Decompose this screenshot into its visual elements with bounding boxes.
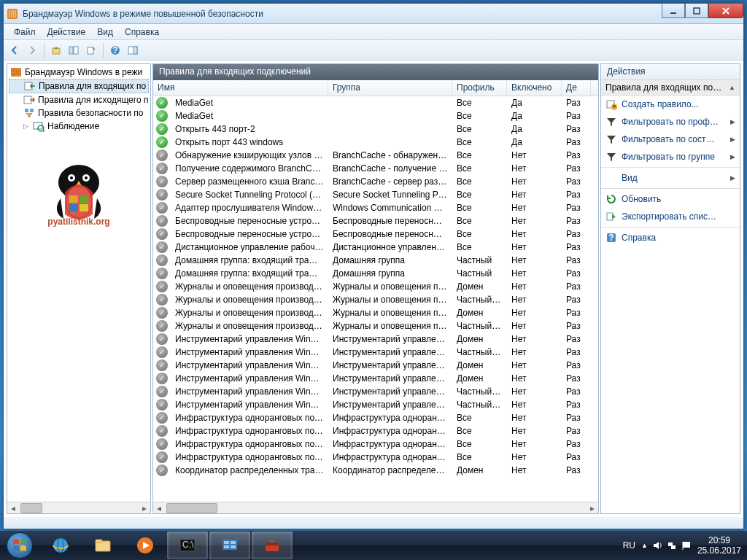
tree-monitoring[interactable]: ▷ Наблюдение: [9, 120, 149, 133]
scroll-right-icon[interactable]: ▸: [587, 502, 598, 514]
col-profile[interactable]: Профиль: [452, 80, 507, 96]
task-toolbox[interactable]: [252, 532, 293, 559]
minimize-button[interactable]: [662, 4, 685, 18]
rule-row[interactable]: Secure Socket Tunneling Protocol (SSTP-……: [153, 188, 598, 201]
scroll-left-icon[interactable]: ◂: [7, 502, 19, 514]
rule-row[interactable]: Журналы и оповещения производител…Журнал…: [153, 306, 598, 319]
rule-row[interactable]: Инфраструктура одноранговых подкл…Инфрас…: [153, 424, 598, 438]
col-enabled[interactable]: Включено: [507, 80, 562, 96]
action-new-rule[interactable]: ✶ Создать правило...: [601, 96, 740, 113]
titlebar[interactable]: Брандмауэр Windows в режиме повышенной б…: [4, 4, 743, 24]
rule-row[interactable]: Открыть 443 порт-2ВсеДаРаз: [153, 122, 598, 136]
rule-status-icon: [156, 438, 168, 450]
tree-inbound[interactable]: Правила для входящих по: [9, 79, 149, 93]
tree-outbound[interactable]: Правила для исходящего п: [9, 93, 149, 106]
rule-action: Раз: [562, 163, 591, 174]
rule-row[interactable]: Инструментарий управления Windows …Инстр…: [153, 372, 598, 385]
show-actions-button[interactable]: [125, 42, 141, 58]
action-filter-profile[interactable]: Фильтровать по проф… ▶: [601, 113, 740, 131]
col-name[interactable]: Имя: [153, 80, 328, 96]
scroll-thumb[interactable]: [166, 503, 217, 513]
rule-row[interactable]: MediaGetВсеДаРаз: [153, 96, 598, 109]
rule-row[interactable]: Инструментарий управления Windows …Инстр…: [153, 385, 598, 398]
rule-row[interactable]: Адаптер прослушивателя Windows Co…Window…: [153, 201, 598, 214]
rule-row[interactable]: Домашняя группа: входящий трафик (…Домаш…: [153, 267, 598, 280]
scroll-left-icon[interactable]: ◂: [153, 502, 165, 514]
blank-icon: [605, 172, 617, 184]
tree-root[interactable]: Брандмауэр Windows в режи: [9, 66, 149, 79]
scroll-thumb[interactable]: [20, 503, 42, 513]
action-export[interactable]: Экспортировать спис…: [601, 208, 740, 225]
task-wmp[interactable]: [125, 532, 166, 559]
up-button[interactable]: [48, 42, 64, 58]
svg-rect-15: [25, 109, 28, 112]
tray-lang[interactable]: RU: [623, 540, 635, 551]
forward-button[interactable]: [24, 42, 40, 58]
menu-view[interactable]: Вид: [91, 25, 119, 39]
rule-row[interactable]: Инструментарий управления Windows …Инстр…: [153, 332, 598, 346]
collapse-icon[interactable]: ▲: [729, 84, 735, 91]
task-ie[interactable]: [40, 532, 81, 559]
rule-row[interactable]: Инструментарий управления Windows …Инстр…: [153, 398, 598, 411]
rules-list[interactable]: MediaGetВсеДаРазMediaGetВсеДаРазОткрыть …: [153, 96, 598, 502]
rule-row[interactable]: MediaGetВсеДаРаз: [153, 109, 598, 122]
rule-group: Инструментарий управлен…: [328, 334, 452, 344]
task-control-panel[interactable]: [209, 532, 250, 559]
show-hide-tree-button[interactable]: [66, 42, 82, 58]
action-refresh[interactable]: Обновить: [601, 190, 740, 208]
help-button[interactable]: ?: [107, 42, 123, 58]
rule-row[interactable]: Координатор распределенных транзак…Коорд…: [153, 464, 598, 477]
rule-row[interactable]: Инфраструктура одноранговых подкл…Инфрас…: [153, 411, 598, 424]
close-button[interactable]: [708, 4, 743, 18]
rule-enabled: Нет: [507, 308, 562, 318]
action-view[interactable]: Вид ▶: [601, 169, 740, 187]
window-controls: [662, 4, 743, 18]
rule-row[interactable]: Инфраструктура одноранговых подкл…Инфрас…: [153, 451, 598, 464]
rule-row[interactable]: Открыть порт 443 windowsВсеДаРаз: [153, 136, 598, 149]
tree-security[interactable]: Правила безопасности по: [9, 106, 149, 120]
tray-volume-icon[interactable]: [652, 540, 662, 551]
rule-row[interactable]: Дистанционное управление рабочим с…Диста…: [153, 241, 598, 254]
rule-row[interactable]: Журналы и оповещения производител…Журнал…: [153, 293, 598, 306]
rule-name: Инфраструктура одноранговых подкл…: [171, 452, 328, 462]
col-action[interactable]: Де: [562, 80, 591, 96]
export-button[interactable]: [83, 42, 99, 58]
rule-name: Инструментарий управления Windows …: [171, 400, 328, 410]
svg-rect-16: [30, 109, 34, 112]
rules-hscroll[interactable]: ◂ ▸: [153, 502, 598, 513]
col-group[interactable]: Группа: [328, 80, 452, 96]
rule-row[interactable]: Сервер размещенного кэша BranchCa…Branch…: [153, 175, 598, 188]
tray-flag-icon[interactable]: [681, 540, 692, 551]
rule-row[interactable]: Обнаружение кэширующих узлов Bran…Branch…: [153, 149, 598, 162]
tray-network-icon[interactable]: [667, 540, 677, 551]
menu-help[interactable]: Справка: [119, 25, 165, 39]
rule-row[interactable]: Домашняя группа: входящий трафикДомашняя…: [153, 254, 598, 267]
taskbar[interactable]: C:\ RU ▲ 20:59 25.06.2017: [0, 531, 747, 560]
tray-show-hidden-icon[interactable]: ▲: [641, 542, 648, 549]
rule-row[interactable]: Беспроводные переносные устройства…Беспр…: [153, 228, 598, 241]
rule-row[interactable]: Беспроводные переносные устройства…Беспр…: [153, 214, 598, 228]
rule-row[interactable]: Журналы и оповещения производител…Журнал…: [153, 280, 598, 293]
rule-row[interactable]: Инструментарий управления Windows …Инстр…: [153, 346, 598, 359]
expand-icon[interactable]: ▷: [23, 122, 30, 130]
tree-hscroll[interactable]: ◂ ▸: [7, 502, 150, 513]
back-button[interactable]: [7, 42, 23, 58]
action-help[interactable]: ? Справка: [601, 229, 740, 246]
rule-row[interactable]: Инструментарий управления Windows …Инстр…: [153, 359, 598, 372]
rule-name: MediaGet: [171, 98, 328, 108]
actions-group-header[interactable]: Правила для входящих по… ▲: [601, 80, 740, 96]
task-cmd[interactable]: C:\: [167, 532, 208, 559]
tray-clock[interactable]: 20:59 25.06.2017: [697, 535, 741, 556]
start-button[interactable]: [0, 531, 39, 560]
rule-row[interactable]: Получение содержимого BranchCache …Branc…: [153, 162, 598, 175]
action-filter-state[interactable]: Фильтровать по сост… ▶: [601, 131, 740, 148]
maximize-button[interactable]: [685, 4, 708, 18]
menu-action[interactable]: Действие: [42, 25, 92, 39]
rule-row[interactable]: Инфраструктура одноранговых подкл…Инфрас…: [153, 438, 598, 451]
scroll-right-icon[interactable]: ▸: [139, 502, 150, 514]
action-filter-group[interactable]: Фильтровать по группе ▶: [601, 148, 740, 166]
task-explorer[interactable]: [82, 532, 123, 559]
rule-status-icon: [156, 333, 168, 345]
rule-row[interactable]: Журналы и оповещения производител…Журнал…: [153, 319, 598, 332]
menu-file[interactable]: Файл: [8, 25, 42, 39]
